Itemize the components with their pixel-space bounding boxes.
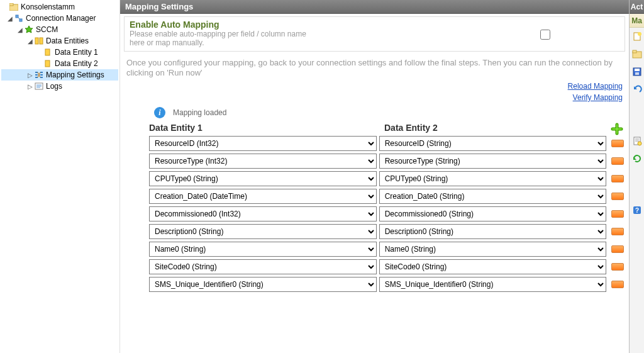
entity2-select[interactable]: CPUType0 (String) — [379, 171, 607, 186]
verify-mapping-link[interactable]: Verify Mapping — [573, 93, 623, 102]
tree-connection-manager[interactable]: ◢ Connection Manager — [1, 13, 118, 24]
info-icon: i — [154, 107, 165, 118]
connection-icon — [14, 14, 24, 23]
entity2-select[interactable]: Decommissioned0 (String) — [379, 206, 607, 221]
collapse-toggle[interactable]: ◢ — [16, 26, 24, 33]
entity2-select[interactable]: SMS_Unique_Identifier0 (String) — [379, 277, 607, 292]
remove-row-button[interactable] — [611, 263, 624, 271]
expand-toggle[interactable]: ▷ — [26, 72, 34, 79]
remove-row-button[interactable] — [611, 140, 624, 147]
svg-text:?: ? — [635, 207, 638, 214]
tree-label: SCCM — [36, 25, 58, 34]
tree-mapping-settings[interactable]: ▷ Mapping Settings — [1, 69, 118, 81]
add-row-button[interactable] — [610, 122, 624, 136]
entity2-select[interactable]: Description0 (String) — [379, 224, 607, 239]
svg-rect-7 — [45, 49, 50, 55]
right-sidebar: Act Ma ? — [629, 0, 644, 353]
entity2-select[interactable]: SiteCode0 (String) — [379, 259, 607, 274]
entity2-select[interactable]: Name0 (String) — [379, 242, 607, 257]
mapping-row: SMS_Unique_Identifier0 (String)SMS_Uniqu… — [149, 277, 624, 292]
help-icon[interactable]: ? — [630, 201, 644, 219]
remove-row-button[interactable] — [611, 281, 624, 288]
save-icon[interactable] — [630, 63, 644, 81]
entity1-select[interactable]: SiteCode0 (String) — [149, 259, 377, 274]
panel-title: Mapping Settings — [125, 2, 193, 11]
auto-mapping-title: Enable Auto Mapping — [130, 20, 306, 30]
panel-header: Mapping Settings — [120, 0, 629, 14]
svg-rect-26 — [635, 69, 640, 71]
svg-rect-3 — [19, 19, 22, 21]
undo-icon[interactable] — [630, 81, 644, 98]
mapping-row: Decommissioned0 (Int32)Decommissioned0 (… — [149, 206, 624, 221]
tree-label: Connection Manager — [26, 14, 96, 23]
entity1-select[interactable]: Description0 (String) — [149, 224, 377, 239]
svg-rect-5 — [35, 38, 38, 44]
entity1-select[interactable]: CPUType0 (String) — [149, 171, 377, 186]
tree-label: Logs — [46, 82, 62, 91]
remove-row-button[interactable] — [611, 210, 624, 218]
remove-row-button[interactable] — [611, 175, 624, 182]
mapping-row: SiteCode0 (String)SiteCode0 (String) — [149, 259, 624, 274]
mapping-row: Description0 (String)Description0 (Strin… — [149, 224, 624, 239]
entity-icon — [43, 59, 53, 68]
new-icon[interactable] — [630, 28, 644, 45]
tree-logs[interactable]: ▷ Logs — [1, 81, 118, 92]
entity2-select[interactable]: Creation_Date0 (String) — [379, 189, 607, 204]
remove-row-button[interactable] — [611, 193, 624, 200]
svg-line-4 — [18, 18, 19, 19]
auto-mapping-desc2: here or map manually. — [130, 38, 306, 47]
svg-point-22 — [638, 32, 641, 36]
auto-mapping-checkbox[interactable] — [540, 30, 550, 40]
properties-icon[interactable] — [630, 132, 644, 150]
remove-row-button[interactable] — [611, 157, 624, 165]
collapse-toggle[interactable]: ◢ — [6, 15, 14, 22]
svg-rect-6 — [40, 38, 43, 44]
auto-mapping-desc1: Please enable auto-mapping per field / c… — [130, 30, 306, 38]
tree-data-entities[interactable]: ◢ Data Entities — [1, 35, 118, 47]
links-area: Reload Mapping Verify Mapping — [120, 78, 629, 103]
entity2-select[interactable]: ResourceType (String) — [379, 154, 607, 169]
mapping-row: ResourceID (Int32)ResourceID (String) — [149, 136, 624, 151]
tree-sccm[interactable]: ◢ SCCM — [1, 24, 118, 35]
collapse-toggle[interactable]: ◢ — [26, 38, 34, 45]
entity1-select[interactable]: ResourceType (Int32) — [149, 154, 377, 169]
tree-label: Konsolenstamm — [21, 3, 75, 11]
column-header-1: Data Entity 1 — [149, 123, 384, 133]
sidebar-tab-ma[interactable]: Ma — [630, 14, 644, 28]
mapping-row: CPUType0 (String)CPUType0 (String) — [149, 171, 624, 186]
sidebar-tab-act[interactable]: Act — [630, 0, 644, 14]
entity1-select[interactable]: ResourceID (Int32) — [149, 136, 377, 151]
tree-entity-1[interactable]: Data Entity 1 — [1, 47, 118, 58]
refresh-icon[interactable] — [630, 150, 644, 167]
tree-label: Mapping Settings — [46, 70, 104, 79]
auto-mapping-box: Enable Auto Mapping Please enable auto-m… — [124, 16, 625, 52]
entity-icon — [43, 48, 53, 57]
tree-label: Data Entity 2 — [55, 59, 98, 68]
entity1-select[interactable]: Creation_Date0 (DateTime) — [149, 189, 377, 204]
entity1-select[interactable]: Decommissioned0 (Int32) — [149, 206, 377, 221]
status-text: Mapping loaded — [173, 108, 226, 117]
entities-icon — [34, 36, 44, 45]
mapping-icon — [34, 70, 44, 79]
entity1-select[interactable]: Name0 (String) — [149, 242, 377, 257]
status-row: i Mapping loaded — [120, 103, 629, 122]
mapping-row: Name0 (String)Name0 (String) — [149, 242, 624, 257]
main-panel: Mapping Settings Enable Auto Mapping Ple… — [119, 0, 629, 353]
svg-point-31 — [638, 142, 641, 145]
remove-row-button[interactable] — [611, 228, 624, 235]
column-header-2: Data Entity 2 — [384, 123, 606, 133]
reload-mapping-link[interactable]: Reload Mapping — [568, 82, 623, 91]
svg-rect-27 — [635, 72, 639, 75]
tree-label: Data Entities — [46, 36, 89, 45]
svg-rect-8 — [45, 60, 50, 67]
open-icon[interactable] — [630, 45, 644, 63]
entity2-select[interactable]: ResourceID (String) — [379, 136, 607, 151]
remove-row-button[interactable] — [611, 245, 624, 253]
plugin-icon — [24, 25, 34, 34]
svg-rect-24 — [633, 50, 636, 53]
entity1-select[interactable]: SMS_Unique_Identifier0 (String) — [149, 277, 377, 292]
tree-entity-2[interactable]: Data Entity 2 — [1, 58, 118, 69]
tree-root[interactable]: Konsolenstamm — [1, 1, 118, 13]
mapping-area: Data Entity 1 Data Entity 2 ResourceID (… — [120, 122, 629, 294]
expand-toggle[interactable]: ▷ — [26, 83, 34, 90]
